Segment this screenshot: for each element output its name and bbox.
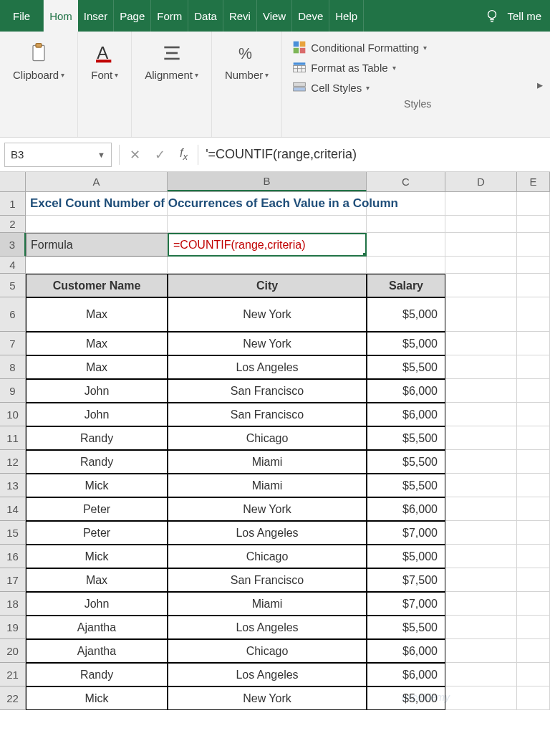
cell[interactable]	[517, 403, 550, 426]
cell[interactable]	[517, 663, 550, 686]
cell-city[interactable]: New York	[168, 497, 367, 521]
cell[interactable]	[517, 426, 550, 450]
cell-city[interactable]: Los Angeles	[168, 521, 367, 545]
cell-name[interactable]: John	[26, 592, 168, 616]
cell-salary[interactable]: $7,000	[367, 592, 445, 616]
cell[interactable]	[168, 216, 367, 233]
cell[interactable]	[367, 216, 445, 233]
cell[interactable]	[517, 521, 550, 545]
cell-city[interactable]: San Francisco	[168, 403, 367, 426]
col-header-a[interactable]: A	[26, 172, 168, 191]
clipboard-button[interactable]: Clipboard▾	[7, 37, 70, 84]
cell[interactable]	[445, 192, 517, 216]
cell[interactable]	[445, 257, 517, 274]
row-header[interactable]: 13	[0, 474, 26, 497]
cell[interactable]	[517, 192, 550, 216]
header-city[interactable]: City	[168, 274, 367, 297]
cancel-formula-icon[interactable]: ✕	[122, 143, 148, 167]
cell-name[interactable]: Max	[26, 297, 168, 332]
cell-city[interactable]: Chicago	[168, 545, 367, 568]
row-header[interactable]: 6	[0, 297, 26, 332]
conditional-formatting-button[interactable]: Conditional Formatting▾	[292, 37, 427, 57]
cell-salary[interactable]: $6,000	[367, 403, 445, 426]
cell-city[interactable]: Chicago	[168, 426, 367, 450]
row-header[interactable]: 17	[0, 568, 26, 592]
cell-name[interactable]: Max	[26, 355, 168, 379]
cell-city[interactable]: New York	[168, 686, 367, 710]
cell[interactable]	[445, 216, 517, 233]
cell-salary[interactable]: $5,000	[367, 332, 445, 355]
cell[interactable]	[517, 332, 550, 355]
col-header-b[interactable]: B	[168, 172, 367, 191]
cell-name[interactable]: Peter	[26, 521, 168, 545]
cell-city[interactable]: Los Angeles	[168, 616, 367, 639]
cell[interactable]	[517, 568, 550, 592]
cell-salary[interactable]: $7,500	[367, 568, 445, 592]
cell[interactable]	[445, 403, 517, 426]
cell[interactable]	[517, 639, 550, 663]
cell-styles-button[interactable]: Cell Styles▾	[292, 77, 370, 97]
row-header[interactable]: 9	[0, 379, 26, 403]
cell-salary[interactable]: $6,000	[367, 663, 445, 686]
cell[interactable]	[517, 616, 550, 639]
tab-file[interactable]: File	[0, 0, 44, 32]
cell[interactable]	[445, 355, 517, 379]
cell-salary[interactable]: $5,500	[367, 474, 445, 497]
cell-city[interactable]: New York	[168, 297, 367, 332]
cell[interactable]	[445, 616, 517, 639]
row-header[interactable]: 21	[0, 663, 26, 686]
cell[interactable]	[26, 216, 168, 233]
cell[interactable]	[517, 592, 550, 616]
cell-name[interactable]: Peter	[26, 497, 168, 521]
cell-city[interactable]: Los Angeles	[168, 663, 367, 686]
cell[interactable]	[445, 521, 517, 545]
cell-salary[interactable]: $6,000	[367, 497, 445, 521]
cell[interactable]	[517, 686, 550, 710]
tab-home[interactable]: Hom	[44, 0, 78, 32]
row-header[interactable]: 22	[0, 686, 26, 710]
cell[interactable]	[517, 297, 550, 332]
cell[interactable]	[517, 497, 550, 521]
cell[interactable]	[445, 639, 517, 663]
cell[interactable]	[445, 686, 517, 710]
header-salary[interactable]: Salary	[367, 274, 445, 297]
cell-name[interactable]: Ajantha	[26, 639, 168, 663]
col-header-e[interactable]: E	[517, 172, 550, 191]
cell-salary[interactable]: $5,500	[367, 355, 445, 379]
cell-name[interactable]: Mick	[26, 686, 168, 710]
row-header[interactable]: 4	[0, 257, 26, 274]
cell[interactable]	[445, 497, 517, 521]
cell[interactable]	[445, 379, 517, 403]
cell-salary[interactable]: $5,500	[367, 450, 445, 474]
cell-city[interactable]: Chicago	[168, 639, 367, 663]
cell-salary[interactable]: $6,000	[367, 379, 445, 403]
formula-input[interactable]	[201, 143, 550, 167]
ribbon-expand-icon[interactable]: ▸	[533, 73, 547, 95]
cell[interactable]	[445, 450, 517, 474]
cell-name[interactable]: John	[26, 379, 168, 403]
row-header[interactable]: 10	[0, 403, 26, 426]
col-header-c[interactable]: C	[367, 172, 445, 191]
alignment-button[interactable]: Alignment▾	[139, 37, 204, 84]
row-header[interactable]: 1	[0, 192, 26, 216]
row-header[interactable]: 14	[0, 497, 26, 521]
row-header[interactable]: 2	[0, 216, 26, 233]
header-name[interactable]: Customer Name	[26, 274, 168, 297]
name-box[interactable]: B3▼	[4, 143, 112, 167]
cell-salary[interactable]: $6,000	[367, 639, 445, 663]
row-header[interactable]: 15	[0, 521, 26, 545]
cell[interactable]	[445, 592, 517, 616]
row-header[interactable]: 16	[0, 545, 26, 568]
tab-data[interactable]: Data	[188, 0, 223, 32]
tab-view[interactable]: View	[257, 0, 292, 32]
row-header[interactable]: 7	[0, 332, 26, 355]
tab-insert[interactable]: Inser	[78, 0, 114, 32]
row-header[interactable]: 8	[0, 355, 26, 379]
tab-help[interactable]: Help	[329, 0, 364, 32]
tab-page[interactable]: Page	[114, 0, 151, 32]
cell-city[interactable]: Miami	[168, 592, 367, 616]
cell[interactable]	[517, 474, 550, 497]
cell[interactable]	[517, 216, 550, 233]
col-header-d[interactable]: D	[445, 172, 517, 191]
cell-salary[interactable]: $5,000	[367, 545, 445, 568]
